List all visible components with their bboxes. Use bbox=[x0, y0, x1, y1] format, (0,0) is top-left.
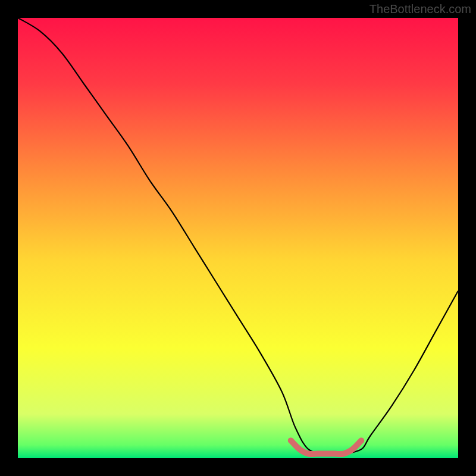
trough-highlight bbox=[291, 440, 361, 454]
watermark-text: TheBottleneck.com bbox=[369, 2, 471, 16]
curve-layer bbox=[18, 18, 458, 458]
plot-area bbox=[18, 18, 458, 458]
bottleneck-curve bbox=[18, 18, 458, 455]
